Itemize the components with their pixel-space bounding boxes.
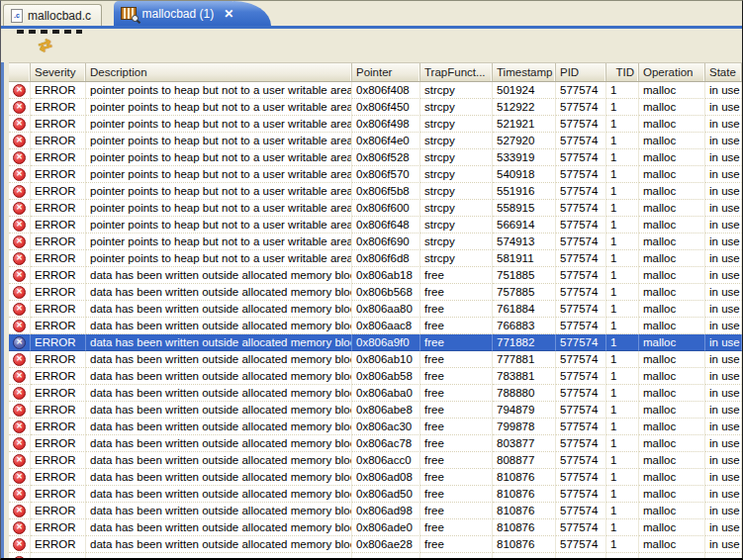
close-icon[interactable]: ✕	[224, 8, 233, 20]
table-row[interactable]: ERRORdata has been written outside alloc…	[9, 536, 742, 553]
description-cell: pointer points to heap but not to a user…	[86, 82, 352, 99]
tid-cell: 1	[606, 233, 639, 250]
column-header-state[interactable]: State	[705, 63, 742, 81]
severity-cell	[9, 553, 31, 558]
column-header-description[interactable]: Description	[86, 63, 352, 81]
severity-cell: ERROR	[31, 99, 86, 116]
empty-cell	[556, 553, 606, 558]
pointer-cell: 0x806acc0	[352, 452, 420, 469]
timestamp-cell: 533919	[493, 149, 556, 166]
error-icon	[13, 353, 26, 366]
trap-function-cell: strcpy	[420, 116, 493, 133]
severity-cell: ERROR	[31, 149, 86, 166]
severity-cell: ERROR	[31, 402, 86, 419]
column-header-pointer[interactable]: Pointer	[352, 63, 420, 81]
timestamp-cell: 771882	[493, 334, 556, 351]
column-header-timestamp[interactable]: Timestamp	[493, 63, 556, 81]
trap-function-cell: strcpy	[420, 149, 493, 166]
table-row[interactable]: ERRORdata has been written outside alloc…	[9, 267, 742, 284]
table-row[interactable]: ERRORdata has been written outside alloc…	[9, 519, 742, 536]
table-row[interactable]: ERRORpointer points to heap but not to a…	[9, 183, 742, 200]
table-row[interactable]: ERRORdata has been written outside alloc…	[9, 334, 742, 351]
table-row[interactable]: ERRORpointer points to heap but not to a…	[9, 82, 742, 99]
state-cell: in use	[705, 267, 742, 284]
tab-label: mallocbad (1)	[141, 7, 214, 21]
error-icon	[13, 387, 26, 400]
severity-cell	[9, 133, 31, 149]
error-icon	[13, 505, 26, 517]
table-row[interactable]: ERRORpointer points to heap but not to a…	[9, 200, 742, 217]
state-cell: in use	[705, 301, 742, 318]
severity-cell: ERROR	[31, 82, 86, 99]
trap-function-cell: strcpy	[420, 82, 493, 99]
table-row[interactable]: ERRORdata has been written outside alloc…	[9, 486, 742, 503]
trap-function-cell: strcpy	[420, 233, 493, 250]
table-row[interactable]: ERRORpointer points to heap but not to a…	[9, 116, 742, 133]
timestamp-cell: 574913	[493, 233, 556, 250]
table-row[interactable]: ERRORdata has been written outside alloc…	[9, 368, 742, 385]
table-row[interactable]: ERRORdata has been written outside alloc…	[9, 503, 742, 519]
error-icon	[13, 101, 26, 114]
table-row[interactable]: ERRORpointer points to heap but not to a…	[9, 233, 742, 250]
pid-cell: 577574	[556, 486, 606, 503]
table-row[interactable]: ERRORdata has been written outside alloc…	[9, 284, 742, 301]
state-cell: in use	[705, 250, 742, 267]
error-icon	[13, 303, 26, 316]
table-row[interactable]: ERRORdata has been written outside alloc…	[9, 435, 742, 452]
table-row[interactable]: ERRORpointer points to heap but not to a…	[9, 149, 742, 166]
pointer-cell: 0x806f4e0	[352, 133, 420, 149]
pid-cell: 577574	[556, 334, 606, 351]
description-cell: data has been written outside allocated …	[86, 435, 352, 452]
operation-cell: malloc	[639, 233, 705, 250]
pid-cell: 577574	[556, 217, 606, 233]
table-row[interactable]: ERRORdata has been written outside alloc…	[9, 318, 742, 334]
pointer-cell: 0x806f408	[352, 82, 420, 99]
table-row[interactable]: ERRORpointer points to heap but not to a…	[9, 133, 742, 149]
table-row[interactable]: ERRORdata has been written outside alloc…	[9, 452, 742, 469]
tid-cell: 1	[606, 503, 639, 519]
table-row[interactable]: ERRORdata has been written outside alloc…	[9, 469, 742, 486]
table-row[interactable]: ERRORdata has been written outside alloc…	[9, 301, 742, 318]
table-body: ERRORpointer points to heap but not to a…	[9, 82, 742, 558]
pid-cell: 577574	[556, 503, 606, 519]
sync-arrows-icon[interactable]: ⇄	[36, 34, 54, 55]
tab-label: mallocbad.c	[28, 9, 91, 23]
column-header-trapfunct[interactable]: TrapFunct...	[420, 63, 493, 81]
table-row[interactable]: ERRORdata has been written outside alloc…	[9, 351, 742, 368]
table-row[interactable]: ERRORdata has been written outside alloc…	[9, 402, 742, 419]
column-header-severity[interactable]: Severity	[31, 63, 86, 81]
operation-cell: malloc	[639, 519, 705, 536]
trap-function-cell: free	[420, 469, 493, 486]
table-header: SeverityDescriptionPointerTrapFunct...Ti…	[9, 62, 742, 82]
error-icon	[13, 235, 26, 248]
state-cell: in use	[705, 503, 742, 519]
timestamp-cell: 761884	[493, 301, 556, 318]
severity-cell	[9, 318, 31, 334]
table-row-partial[interactable]	[9, 553, 742, 558]
pid-cell: 577574	[556, 301, 606, 318]
empty-cell	[639, 553, 705, 558]
pid-cell: 577574	[556, 250, 606, 267]
operation-cell: malloc	[639, 200, 705, 217]
table-row[interactable]: ERRORpointer points to heap but not to a…	[9, 250, 742, 267]
tab-mallocbad-c[interactable]: .c mallocbad.c	[3, 4, 102, 26]
trap-function-cell: free	[420, 385, 493, 402]
table-row[interactable]: ERRORdata has been written outside alloc…	[9, 419, 742, 435]
tab-mallocbad-session[interactable]: mallocbad (1) ✕	[114, 1, 239, 26]
timestamp-cell: 810876	[493, 469, 556, 486]
state-cell: in use	[705, 402, 742, 419]
timestamp-cell: 527920	[493, 133, 556, 149]
tid-cell: 1	[606, 469, 639, 486]
timestamp-cell: 810876	[493, 503, 556, 519]
pointer-cell: 0x806f5b8	[352, 183, 420, 200]
column-header-operation[interactable]: Operation	[639, 63, 705, 81]
state-cell: in use	[705, 519, 742, 536]
table-row[interactable]: ERRORpointer points to heap but not to a…	[9, 99, 742, 116]
column-header-icon[interactable]	[9, 63, 31, 81]
table-row[interactable]: ERRORpointer points to heap but not to a…	[9, 166, 742, 183]
column-header-tid[interactable]: TID	[606, 63, 639, 81]
table-row[interactable]: ERRORpointer points to heap but not to a…	[9, 217, 742, 233]
column-header-pid[interactable]: PID	[556, 63, 606, 81]
table-row[interactable]: ERRORdata has been written outside alloc…	[9, 385, 742, 402]
state-cell: in use	[705, 318, 742, 334]
